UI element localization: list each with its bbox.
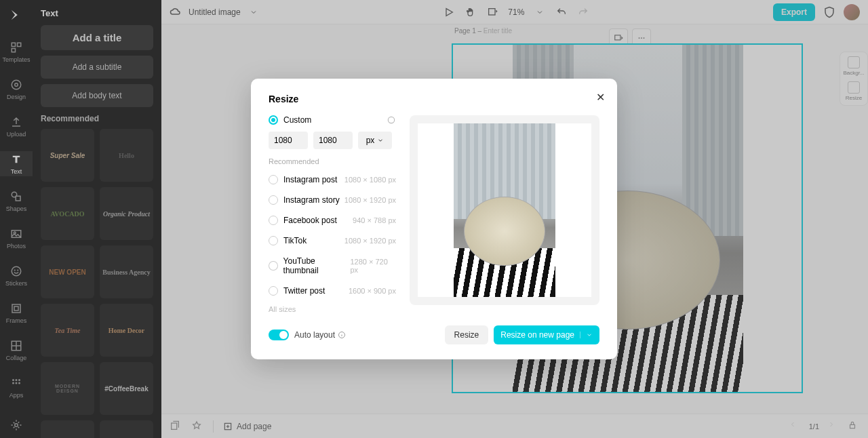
height-input[interactable] bbox=[313, 132, 353, 149]
size-option[interactable]: TikTok1080 × 1920 px bbox=[269, 231, 396, 251]
radio-icon bbox=[269, 261, 278, 271]
radio-icon bbox=[269, 115, 278, 125]
info-icon[interactable] bbox=[338, 331, 346, 339]
size-option[interactable]: Twitter post1600 × 900 px bbox=[269, 281, 396, 301]
recommended-heading: Recommended bbox=[269, 157, 396, 165]
resize-new-page-button[interactable]: Resize on new page bbox=[494, 325, 599, 344]
custom-size-option[interactable]: Custom bbox=[269, 115, 396, 125]
auto-layout-toggle[interactable] bbox=[269, 330, 289, 340]
radio-icon bbox=[269, 236, 278, 245]
size-option[interactable]: YouTube thumbnail1280 × 720 px bbox=[269, 251, 396, 281]
resize-preview bbox=[410, 115, 599, 305]
radio-icon bbox=[269, 286, 278, 296]
link-icon[interactable] bbox=[387, 115, 396, 125]
close-icon[interactable]: ✕ bbox=[596, 91, 605, 104]
resize-modal: Resize ✕ Custom px Recommended Instagram… bbox=[251, 79, 617, 359]
size-option[interactable]: Instagram post1080 × 1080 px bbox=[269, 170, 396, 190]
all-sizes-link[interactable]: All sizes bbox=[269, 305, 396, 313]
radio-icon bbox=[269, 175, 278, 184]
width-input[interactable] bbox=[269, 132, 308, 149]
modal-title: Resize bbox=[269, 94, 599, 104]
size-option[interactable]: Instagram story1080 × 1920 px bbox=[269, 190, 396, 210]
chevron-down-icon[interactable] bbox=[580, 332, 593, 338]
auto-layout-label: Auto layout bbox=[294, 330, 346, 340]
unit-select[interactable]: px bbox=[358, 132, 392, 149]
svg-point-30 bbox=[388, 117, 394, 123]
radio-icon bbox=[269, 195, 278, 205]
resize-button[interactable]: Resize bbox=[445, 325, 489, 344]
modal-overlay[interactable]: Resize ✕ Custom px Recommended Instagram… bbox=[0, 0, 868, 438]
radio-icon bbox=[269, 216, 278, 225]
size-option[interactable]: Facebook post940 × 788 px bbox=[269, 210, 396, 231]
